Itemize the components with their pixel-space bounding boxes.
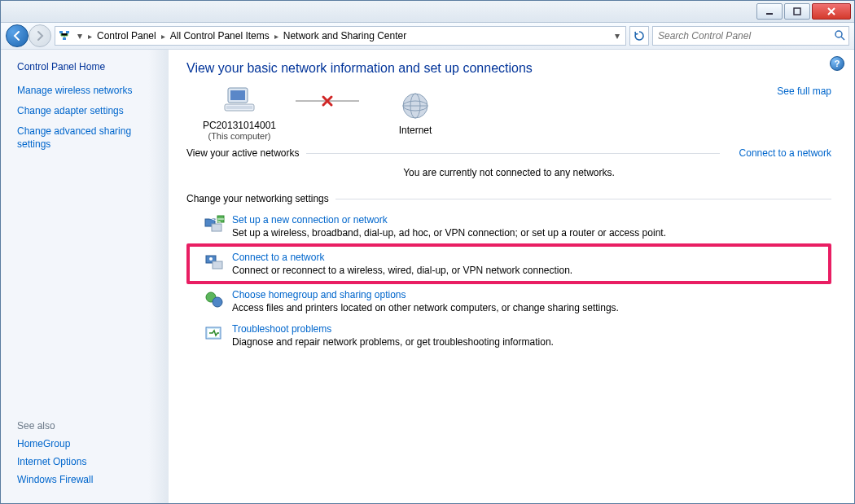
maximize-icon	[793, 7, 801, 15]
setup-connection-icon	[203, 214, 226, 237]
svg-rect-3	[66, 31, 69, 33]
see-also-heading: See also	[17, 420, 160, 432]
network-center-icon	[57, 28, 72, 43]
svg-point-22	[209, 257, 213, 261]
breadcrumb-bar[interactable]: ▾ ▸ Control Panel ▸ All Control Panel It…	[55, 26, 626, 46]
help-button[interactable]: ?	[830, 56, 844, 71]
computer-icon	[221, 84, 257, 118]
see-also-section: See also HomeGroup Internet Options Wind…	[17, 420, 160, 492]
svg-rect-4	[63, 37, 66, 40]
change-settings-header: Change your networking settings	[186, 193, 831, 204]
not-connected-message: You are currently not connected to any n…	[186, 164, 831, 186]
map-connection-line	[296, 100, 359, 102]
setting-troubleshoot[interactable]: Troubleshoot problems Diagnose and repai…	[186, 318, 831, 353]
svg-line-6	[841, 37, 844, 40]
svg-rect-16	[212, 224, 221, 231]
minimize-button[interactable]	[756, 3, 783, 20]
refresh-icon	[634, 30, 645, 42]
breadcrumb-root-dropdown[interactable]: ▾	[73, 30, 86, 42]
task-advanced-sharing[interactable]: Change advanced sharing settings	[17, 125, 160, 152]
close-button[interactable]	[812, 3, 851, 20]
map-internet[interactable]: Internet	[362, 89, 468, 136]
back-button[interactable]	[6, 24, 28, 47]
forward-button[interactable]	[28, 24, 51, 47]
active-networks-label: View your active networks	[186, 147, 300, 159]
setting-desc: Set up a wireless, broadband, dial-up, a…	[232, 227, 666, 239]
active-networks-header: View your active networks Connect to a n…	[186, 147, 831, 159]
setting-title[interactable]: Connect to a network	[232, 252, 572, 263]
svg-rect-8	[230, 90, 245, 100]
breadcrumb-history-dropdown[interactable]: ▾	[611, 30, 624, 42]
content-body: Control Panel Home Manage wireless netwo…	[1, 50, 854, 503]
svg-rect-10	[226, 106, 252, 109]
see-also-internet-options[interactable]: Internet Options	[17, 456, 160, 467]
network-map: PC20131014001 (This computer) Internet S…	[186, 84, 831, 141]
troubleshoot-icon	[203, 323, 226, 346]
forward-arrow-icon	[34, 30, 46, 42]
search-input[interactable]	[656, 29, 834, 42]
nav-bar: ▾ ▸ Control Panel ▸ All Control Panel It…	[1, 23, 854, 50]
setting-homegroup-sharing[interactable]: Choose homegroup and sharing options Acc…	[186, 284, 831, 318]
breadcrumb-control-panel[interactable]: Control Panel	[94, 30, 160, 42]
window-controls	[755, 3, 851, 20]
chevron-right-icon: ▸	[86, 32, 94, 41]
main-panel: ? View your basic network information an…	[169, 50, 854, 503]
setting-desc: Connect or reconnect to a wireless, wire…	[232, 265, 572, 276]
see-also-homegroup[interactable]: HomeGroup	[17, 438, 160, 449]
connect-to-network-link[interactable]: Connect to a network	[739, 147, 831, 159]
globe-icon	[399, 89, 432, 123]
connect-network-icon	[203, 252, 226, 274]
map-this-computer[interactable]: PC20131014001 (This computer)	[186, 84, 292, 141]
minimize-icon	[765, 7, 774, 15]
svg-point-24	[213, 297, 222, 307]
window-frame: ▾ ▸ Control Panel ▸ All Control Panel It…	[0, 0, 855, 504]
see-full-map-link[interactable]: See full map	[777, 85, 831, 97]
refresh-button[interactable]	[629, 26, 649, 46]
svg-rect-2	[59, 31, 63, 33]
search-box[interactable]	[652, 26, 849, 46]
titlebar	[1, 1, 854, 23]
svg-point-5	[835, 31, 842, 37]
map-pc-name: PC20131014001	[203, 120, 276, 131]
map-internet-label: Internet	[399, 125, 432, 136]
see-also-windows-firewall[interactable]: Windows Firewall	[17, 474, 160, 485]
homegroup-icon	[203, 289, 226, 312]
change-settings-label: Change your networking settings	[186, 193, 329, 204]
control-panel-home-link[interactable]: Control Panel Home	[17, 61, 160, 72]
setting-title[interactable]: Choose homegroup and sharing options	[232, 289, 619, 300]
setting-connect-network[interactable]: Connect to a network Connect or reconnec…	[186, 243, 831, 284]
disconnected-icon	[321, 94, 334, 107]
page-title: View your basic network information and …	[186, 61, 831, 76]
setting-title[interactable]: Set up a new connection or network	[232, 214, 666, 226]
maximize-button[interactable]	[784, 3, 810, 20]
setting-setup-connection[interactable]: Set up a new connection or network Set u…	[186, 209, 831, 243]
setting-desc: Diagnose and repair network problems, or…	[232, 336, 554, 348]
back-arrow-icon	[11, 30, 23, 42]
chevron-right-icon: ▸	[160, 32, 167, 41]
svg-rect-1	[794, 8, 800, 15]
setting-desc: Access files and printers located on oth…	[232, 302, 619, 313]
setting-title[interactable]: Troubleshoot problems	[232, 323, 554, 335]
chevron-right-icon: ▸	[273, 32, 280, 41]
nav-buttons	[6, 24, 51, 47]
svg-rect-21	[213, 261, 222, 269]
close-icon	[826, 7, 836, 15]
search-icon[interactable]	[834, 29, 845, 43]
svg-rect-0	[766, 13, 773, 15]
map-pc-sub: (This computer)	[208, 131, 270, 141]
breadcrumb-network-sharing[interactable]: Network and Sharing Center	[280, 30, 410, 42]
task-manage-wireless[interactable]: Manage wireless networks	[17, 84, 160, 98]
breadcrumb-all-items[interactable]: All Control Panel Items	[167, 30, 273, 42]
task-change-adapter[interactable]: Change adapter settings	[17, 104, 160, 118]
sidebar: Control Panel Home Manage wireless netwo…	[1, 50, 169, 503]
